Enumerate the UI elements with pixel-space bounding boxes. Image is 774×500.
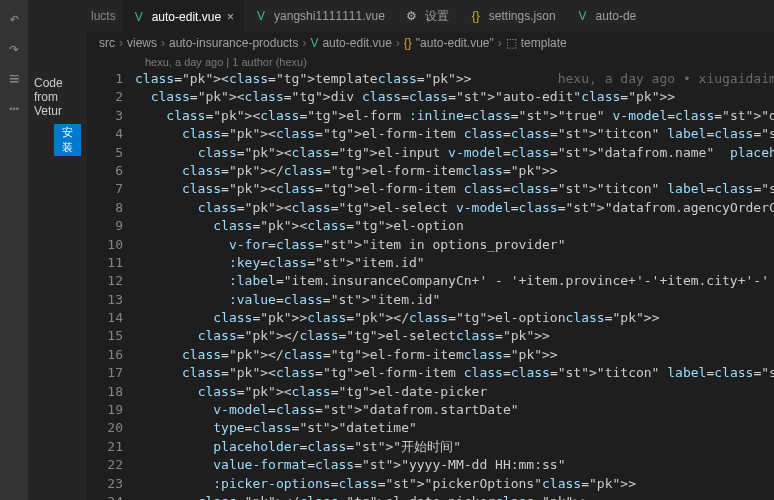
code-editor[interactable]: 1234567891011121314151617181920212223242…: [87, 70, 774, 500]
crumb-views[interactable]: views: [127, 36, 157, 50]
file-type-icon: {}: [469, 9, 483, 23]
chevron-right-icon: ›: [161, 36, 165, 50]
line-number: 4: [87, 125, 123, 143]
crumb-template[interactable]: template: [521, 36, 567, 50]
more-icon[interactable]: ⋯: [0, 94, 28, 122]
line-number: 14: [87, 309, 123, 327]
line-number: 11: [87, 254, 123, 272]
codelens[interactable]: hexu, a day ago | 1 author (hexu): [87, 54, 774, 70]
tab[interactable]: {}settings.json: [459, 0, 566, 32]
line-number: 1: [87, 70, 123, 88]
code-line[interactable]: type=class="st">"datetime": [135, 419, 774, 437]
line-number: 15: [87, 327, 123, 345]
code-line[interactable]: class="pk"></class="tg">el-date-pickercl…: [135, 493, 774, 500]
line-number: 9: [87, 217, 123, 235]
chevron-right-icon: ›: [498, 36, 502, 50]
breadcrumbs[interactable]: src › views › auto-insurance-products › …: [87, 32, 774, 54]
line-number: 6: [87, 162, 123, 180]
line-number: 2: [87, 88, 123, 106]
tab-label: auto-edit.vue: [152, 10, 221, 24]
line-number: 8: [87, 199, 123, 217]
code-line[interactable]: class="pk"><class="tg">el-form-item clas…: [135, 364, 774, 382]
code-line[interactable]: class="pk"><class="tg">el-form-item clas…: [135, 125, 774, 143]
code-line[interactable]: v-for=class="st">"item in options_provid…: [135, 236, 774, 254]
code-line[interactable]: :label="item.insuranceCompanyCn+' - '+it…: [135, 272, 774, 290]
code-line[interactable]: class="pk"><class="tg">el-form :inline=c…: [135, 107, 774, 125]
tab-trunc: lucts: [87, 9, 122, 23]
code-line[interactable]: class="pk"></class="tg">el-form-itemclas…: [135, 346, 774, 364]
close-icon[interactable]: ×: [227, 10, 234, 24]
vue-file-icon: V: [310, 36, 318, 50]
line-number: 21: [87, 438, 123, 456]
line-number-gutter: 1234567891011121314151617181920212223242…: [87, 70, 135, 500]
tab[interactable]: Vauto-edit.vue×: [122, 0, 244, 32]
code-line[interactable]: class="pk"></class="tg">el-form-itemclas…: [135, 162, 774, 180]
code-line[interactable]: class="pk"><class="tg">templateclass="pk…: [135, 70, 774, 88]
line-number: 10: [87, 236, 123, 254]
code-line[interactable]: v-model=class="st">"datafrom.startDate": [135, 401, 774, 419]
line-number: 16: [87, 346, 123, 364]
file-type-icon: V: [576, 9, 590, 23]
redo-icon[interactable]: ↷: [0, 34, 28, 62]
template-icon: ⬚: [506, 36, 517, 50]
file-type-icon: ⚙: [405, 9, 419, 23]
sidebar: Code from Vetur 安装: [28, 0, 87, 500]
code-line[interactable]: class="pk"><class="tg">el-option: [135, 217, 774, 235]
tab-label: auto-de: [596, 9, 637, 23]
install-button[interactable]: 安装: [54, 124, 81, 156]
tab[interactable]: Vauto-de: [566, 0, 647, 32]
crumb-scope[interactable]: "auto-edit.vue": [416, 36, 494, 50]
list-icon[interactable]: ≡: [0, 64, 28, 92]
code-line[interactable]: class="pk"></class="tg">el-selectclass="…: [135, 327, 774, 345]
braces-icon: {}: [404, 36, 412, 50]
crumb-file[interactable]: auto-edit.vue: [322, 36, 391, 50]
code-line[interactable]: class="pk"><class="tg">el-form-item clas…: [135, 180, 774, 198]
undo-icon[interactable]: ↶: [0, 4, 28, 32]
code-line[interactable]: class="pk"><class="tg">el-date-picker: [135, 383, 774, 401]
line-number: 20: [87, 419, 123, 437]
line-number: 12: [87, 272, 123, 290]
tab-label: 设置: [425, 8, 449, 25]
code-line[interactable]: class="pk"><class="tg">el-select v-model…: [135, 199, 774, 217]
crumb-folder[interactable]: auto-insurance-products: [169, 36, 298, 50]
tab[interactable]: Vyangshi1111111.vue: [244, 0, 395, 32]
line-number: 24: [87, 493, 123, 500]
chevron-right-icon: ›: [119, 36, 123, 50]
code-line[interactable]: class="pk"><class="tg">div class=class="…: [135, 88, 774, 106]
tab[interactable]: ⚙设置: [395, 0, 459, 32]
line-number: 19: [87, 401, 123, 419]
file-type-icon: V: [254, 9, 268, 23]
line-number: 5: [87, 144, 123, 162]
code-line[interactable]: class="pk"><class="tg">el-input v-model=…: [135, 144, 774, 162]
code-area[interactable]: class="pk"><class="tg">templateclass="pk…: [135, 70, 774, 500]
line-number: 13: [87, 291, 123, 309]
file-type-icon: V: [132, 10, 146, 24]
activity-bar: ↶ ↷ ≡ ⋯: [0, 0, 28, 500]
code-line[interactable]: value-format=class="st">"yyyy-MM-dd HH:m…: [135, 456, 774, 474]
crumb-src[interactable]: src: [99, 36, 115, 50]
chevron-right-icon: ›: [396, 36, 400, 50]
tab-label: settings.json: [489, 9, 556, 23]
tab-label: yangshi1111111.vue: [274, 9, 385, 23]
code-line[interactable]: :key=class="st">"item.id": [135, 254, 774, 272]
code-line[interactable]: placeholder=class="st">"开始时间": [135, 438, 774, 456]
line-number: 22: [87, 456, 123, 474]
chevron-right-icon: ›: [302, 36, 306, 50]
line-number: 7: [87, 180, 123, 198]
line-number: 18: [87, 383, 123, 401]
code-line[interactable]: :picker-options=class="st">"pickerOption…: [135, 475, 774, 493]
tab-bar: lucts Vauto-edit.vue×Vyangshi1111111.vue…: [87, 0, 774, 32]
line-number: 23: [87, 475, 123, 493]
line-number: 17: [87, 364, 123, 382]
editor-main: lucts Vauto-edit.vue×Vyangshi1111111.vue…: [87, 0, 774, 500]
code-line[interactable]: class="pk">>class="pk"></class="tg">el-o…: [135, 309, 774, 327]
code-line[interactable]: :value=class="st">"item.id": [135, 291, 774, 309]
sidebar-title: Code from Vetur: [34, 76, 81, 118]
line-number: 3: [87, 107, 123, 125]
